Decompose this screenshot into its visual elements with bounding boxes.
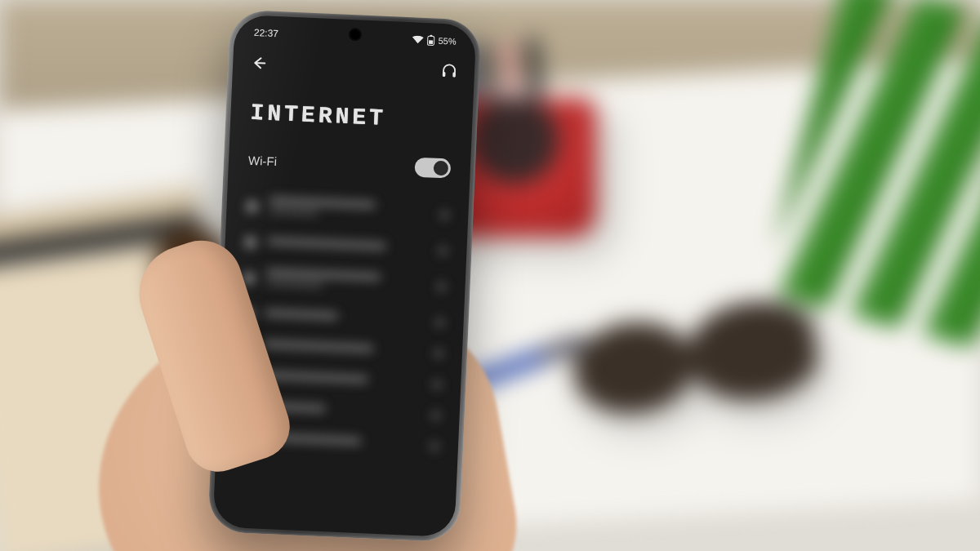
svg-rect-4 — [452, 73, 456, 78]
lock-icon — [430, 442, 439, 451]
lock-icon — [435, 318, 443, 327]
wifi-icon — [244, 237, 256, 249]
lock-icon — [433, 380, 441, 389]
lock-icon — [440, 211, 448, 219]
svg-rect-3 — [443, 72, 446, 77]
lock-icon — [437, 282, 445, 291]
toggle-knob — [433, 161, 448, 176]
lock-icon — [431, 411, 439, 420]
support-button[interactable] — [440, 62, 459, 81]
status-time: 22:37 — [254, 27, 279, 39]
wifi-label: Wi-Fi — [248, 153, 278, 168]
lock-icon — [434, 349, 443, 358]
arrow-left-icon — [251, 55, 268, 72]
headset-icon — [440, 62, 459, 81]
svg-rect-2 — [429, 40, 433, 44]
wifi-status-icon — [412, 35, 423, 44]
lock-icon — [439, 247, 447, 255]
back-button[interactable] — [249, 53, 270, 73]
svg-rect-1 — [430, 35, 432, 37]
battery-icon — [426, 34, 435, 46]
wifi-icon — [246, 201, 258, 213]
page-title: INTERNET — [229, 78, 474, 150]
wifi-toggle[interactable] — [414, 158, 451, 179]
battery-percent: 55% — [438, 36, 457, 47]
